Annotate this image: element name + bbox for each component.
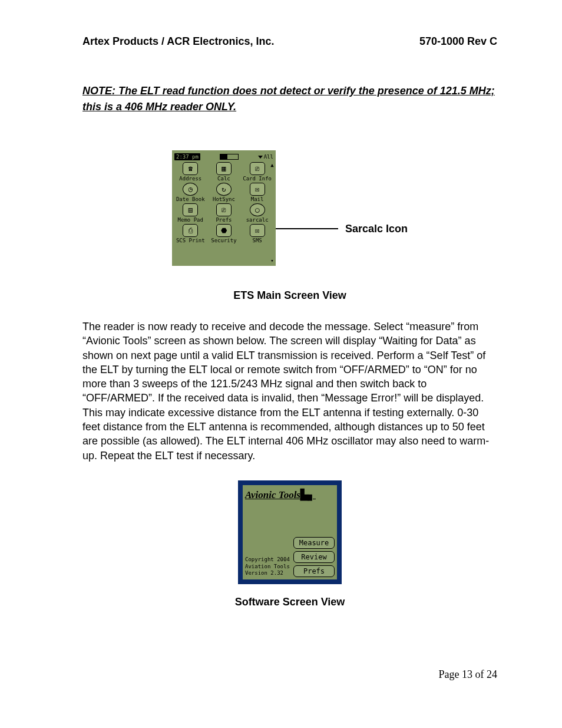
memo-pad-icon: ▤: [183, 203, 198, 216]
app-prefs[interactable]: ⎚Prefs: [208, 203, 240, 223]
scs-print-icon: ⎙: [183, 224, 198, 237]
note-text: NOTE: The ELT read function does not det…: [82, 83, 497, 115]
app-label: HotSync: [208, 196, 240, 202]
app-card-info[interactable]: ⎚Card Info: [241, 162, 273, 182]
palm-launcher-screen: 2:37 pm All ☎Address▦Calc⎚Card Info◷Date…: [172, 150, 276, 266]
security-icon: ⬣: [216, 224, 232, 237]
palm-time: 2:37 pm: [174, 153, 200, 160]
date-book-icon: ◷: [183, 183, 198, 196]
figure2-caption: Software Screen View: [82, 596, 497, 608]
review-button[interactable]: Review: [293, 551, 335, 563]
app-sms[interactable]: ✉SMS: [241, 224, 273, 243]
battery-icon: [220, 154, 239, 160]
measure-button[interactable]: Measure: [293, 537, 335, 549]
app-mail[interactable]: ✉Mail: [241, 183, 273, 202]
callout-label: Sarcalc Icon: [345, 223, 408, 235]
calc-icon: ▦: [216, 162, 232, 175]
app-label: Security: [208, 238, 240, 243]
palm-category[interactable]: All: [258, 154, 273, 160]
app-label: Address: [174, 176, 207, 182]
app-label: sarcalc: [241, 217, 273, 223]
app-label: Date Book: [174, 196, 207, 202]
app-security[interactable]: ⬣Security: [208, 224, 240, 243]
header-right: 570-1000 Rev C: [419, 35, 497, 48]
sarcalc-icon: ◯: [250, 203, 265, 216]
body-paragraph: The reader is now ready to receive and d…: [82, 319, 497, 463]
app-address[interactable]: ☎Address: [174, 162, 207, 182]
hotsync-icon: ↻: [216, 183, 232, 196]
app-date-book[interactable]: ◷Date Book: [174, 183, 207, 202]
app-label: Mail: [241, 196, 273, 202]
prefs-icon: ⎚: [216, 203, 232, 216]
address-icon: ☎: [183, 162, 198, 175]
mail-icon: ✉: [250, 183, 265, 196]
app-sarcalc[interactable]: ◯sarcalc: [241, 203, 273, 223]
sms-icon: ✉: [250, 224, 265, 237]
header-left: Artex Products / ACR Electronics, Inc.: [82, 35, 274, 48]
app-calc[interactable]: ▦Calc: [208, 162, 240, 182]
app-label: Calc: [208, 176, 240, 182]
app-label: SCS Print: [174, 238, 207, 243]
app-label: SMS: [241, 238, 273, 243]
app-label: Prefs: [208, 217, 240, 223]
app-label: Card Info: [241, 176, 273, 182]
card-info-icon: ⎚: [250, 162, 265, 175]
app-label: Memo Pad: [174, 217, 207, 223]
app-memo-pad[interactable]: ▤Memo Pad: [174, 203, 207, 223]
prefs-button[interactable]: Prefs: [293, 565, 335, 577]
app-scs-print[interactable]: ⎙SCS Print: [174, 224, 207, 243]
avionic-title: Avionic Tools▙▖: [243, 485, 337, 501]
figure1-caption: ETS Main Screen View: [82, 289, 497, 302]
callout-line: [273, 228, 338, 229]
app-hotsync[interactable]: ↻HotSync: [208, 183, 240, 202]
page-footer: Page 13 of 24: [439, 668, 497, 681]
avionic-copyright: Copyright 2004 Aviation Tools Version 2.…: [245, 556, 290, 577]
avionic-tools-screen: Avionic Tools▙▖ Copyright 2004 Aviation …: [238, 480, 342, 584]
scroll-indicator[interactable]: ▲▾: [270, 162, 275, 263]
